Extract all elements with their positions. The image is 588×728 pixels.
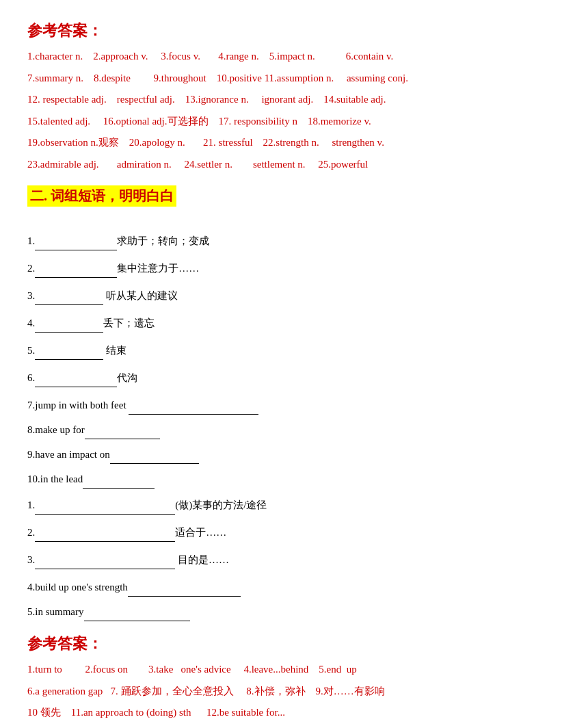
section1-answers: 1.character n. 2.approach v. 3.focus v. …	[27, 48, 561, 173]
fill-item-5: 5. 结束	[27, 341, 561, 360]
answer-row-3: 12. respectable adj. respectful adj. 13.…	[27, 91, 561, 109]
answer-row-1: 1.character n. 2.approach v. 3.focus v. …	[27, 48, 561, 66]
answer-row-2: 7.summary n. 8.despite 9.throughout 10.p…	[27, 70, 561, 88]
fill-group-4: 4.build up one's strength 5.in summary	[27, 577, 561, 621]
fill-item-8: 8.make up for	[27, 420, 561, 439]
section2-title-wrapper: 二. 词组短语，明明白白	[27, 185, 561, 219]
blank-7[interactable]	[129, 395, 258, 415]
fill-item-7: 7.jump in with both feet	[27, 395, 561, 415]
section2-title: 二. 词组短语，明明白白	[27, 185, 176, 207]
section3: 参考答案： 1.turn to 2.focus on 3.take one's …	[27, 634, 561, 728]
section1: 参考答案： 1.character n. 2.approach v. 3.foc…	[27, 21, 561, 173]
blank-g3-3[interactable]	[35, 550, 175, 569]
section3-answers: 1.turn to 2.focus on 3.take one's advice…	[27, 661, 561, 728]
s3-answer-row-2: 6.a generation gap 7. 踊跃参加，全心全意投入 8.补偿，弥…	[27, 683, 561, 701]
fill-item-g3-2: 2. 适合于……	[27, 523, 561, 542]
fill-item-2: 2. 集中注意力于……	[27, 259, 561, 278]
blank-g4-1[interactable]	[128, 577, 241, 597]
fill-item-10: 10.in the lead	[27, 469, 561, 489]
blank-8[interactable]	[85, 420, 160, 439]
answer-row-5: 19.observation n.观察 20.apology n. 21. st…	[27, 134, 561, 152]
fill-item-g3-1: 1. (做)某事的方法/途径	[27, 495, 561, 515]
section3-title: 参考答案：	[27, 634, 561, 654]
answer-row-6: 23.admirable adj. admiration n. 24.settl…	[27, 156, 561, 174]
fill-group-3: 1. (做)某事的方法/途径 2. 适合于…… 3. 目的是……	[27, 495, 561, 569]
fill-group-1: 1. 求助于；转向；变成 2. 集中注意力于…… 3. 听从某人的建议 4. 丢…	[27, 231, 561, 387]
section1-title: 参考答案：	[27, 21, 561, 41]
fill-item-g4-1: 4.build up one's strength	[27, 577, 561, 597]
s3-answer-row-1: 1.turn to 2.focus on 3.take one's advice…	[27, 661, 561, 679]
answer-row-4: 15.talented adj. 16.optional adj.可选择的 17…	[27, 113, 561, 131]
blank-5[interactable]	[35, 341, 103, 360]
blank-6[interactable]	[35, 368, 117, 387]
s3-answer-row-3: 10 领先 11.an approach to (doing) sth 12.b…	[27, 704, 561, 722]
fill-item-6: 6. 代沟	[27, 368, 561, 387]
blank-g3-1[interactable]	[35, 495, 175, 515]
fill-item-3: 3. 听从某人的建议	[27, 286, 561, 305]
blank-4[interactable]	[35, 313, 103, 333]
fill-item-9: 9.have an impact on	[27, 445, 561, 464]
s3-answer-row-4: 13.with the aim of 14.强身健体 15. 总的来说	[27, 726, 561, 729]
fill-group-2: 7.jump in with both feet 8.make up for 9…	[27, 395, 561, 489]
fill-item-g4-2: 5.in summary	[27, 602, 561, 621]
blank-10[interactable]	[83, 469, 155, 489]
fill-item-4: 4. 丢下；遗忘	[27, 313, 561, 333]
blank-9[interactable]	[110, 445, 199, 464]
blank-3[interactable]	[35, 286, 103, 305]
blank-1[interactable]	[35, 231, 117, 250]
fill-item-1: 1. 求助于；转向；变成	[27, 231, 561, 250]
fill-item-g3-3: 3. 目的是……	[27, 550, 561, 569]
blank-g3-2[interactable]	[35, 523, 175, 542]
blank-2[interactable]	[35, 259, 117, 278]
blank-g4-2[interactable]	[84, 602, 190, 621]
